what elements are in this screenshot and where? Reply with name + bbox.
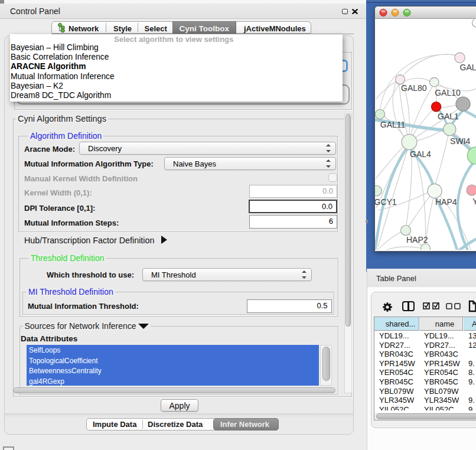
svg-text:SWI4: SWI4 xyxy=(450,136,470,146)
svg-text:HAP2: HAP2 xyxy=(406,235,428,244)
svg-text:GAL80: GAL80 xyxy=(401,83,427,93)
svg-text:GAL11: GAL11 xyxy=(380,120,406,129)
svg-text:GAL7: GAL7 xyxy=(460,63,476,72)
svg-text:GAL4: GAL4 xyxy=(410,149,431,159)
svg-text:GCY1: GCY1 xyxy=(375,197,397,207)
svg-text:Y: Y xyxy=(472,197,476,206)
svg-text:HAP4: HAP4 xyxy=(435,197,457,207)
svg-text:GAL1: GAL1 xyxy=(438,112,459,121)
svg-text:GAL10: GAL10 xyxy=(435,88,461,97)
